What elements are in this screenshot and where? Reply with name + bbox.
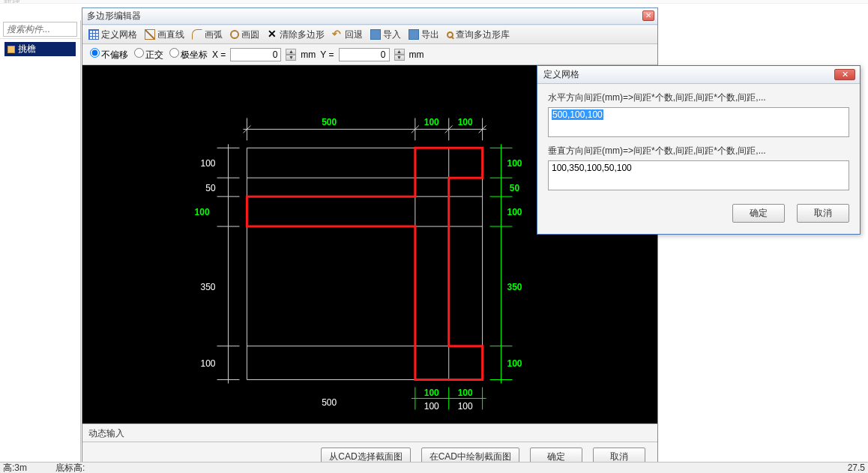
- coord-bar: 不偏移 正交 极坐标 X = ▲▼ mm Y = ▲▼ mm: [82, 44, 657, 65]
- undo-button[interactable]: ↶回退: [329, 27, 366, 43]
- circle-button[interactable]: 画圆: [227, 27, 262, 43]
- dialog-close-icon[interactable]: ✕: [834, 69, 855, 80]
- import-icon: [370, 29, 381, 40]
- grid-icon: [88, 29, 99, 40]
- close-icon[interactable]: ✕: [642, 10, 654, 21]
- app-top-toolbar: 新建: [0, 0, 868, 4]
- v-spacing-label: 垂直方向间距(mm)=>间距*个数,间距,间距*个数,间距,...: [548, 145, 849, 157]
- svg-text:100: 100: [507, 207, 522, 217]
- new-button[interactable]: 新建: [3, 0, 21, 4]
- status-height: 高:3m: [3, 462, 27, 474]
- undo-icon: ↶: [332, 29, 343, 40]
- v-spacing-input[interactable]: 100,350,100,50,100: [548, 160, 849, 190]
- clear-button[interactable]: ✕清除多边形: [264, 27, 328, 43]
- x-input[interactable]: [230, 48, 281, 61]
- dialog-cancel-button[interactable]: 取消: [797, 204, 849, 223]
- editor-title-text: 多边形编辑器: [87, 10, 141, 22]
- y-input[interactable]: [339, 48, 390, 61]
- unit2: mm: [409, 49, 424, 60]
- line-button[interactable]: 画直线: [142, 27, 187, 43]
- svg-text:100: 100: [195, 207, 210, 217]
- svg-text:100: 100: [424, 117, 439, 127]
- opt-ortho[interactable]: 正交: [133, 48, 163, 61]
- svg-text:100: 100: [458, 401, 473, 412]
- circle-icon: [230, 30, 239, 39]
- dialog-titlebar: 定义网格 ✕: [537, 66, 860, 84]
- left-panel: 挑檐: [0, 20, 81, 463]
- tree-item-selected[interactable]: 挑檐: [4, 42, 76, 56]
- svg-text:100: 100: [458, 117, 473, 127]
- dialog-ok-button[interactable]: 确定: [732, 204, 785, 223]
- svg-text:350: 350: [507, 282, 522, 292]
- import-button[interactable]: 导入: [367, 27, 404, 43]
- svg-text:50: 50: [205, 183, 216, 193]
- svg-text:100: 100: [507, 158, 522, 169]
- svg-text:50: 50: [510, 183, 520, 193]
- y-up[interactable]: ▲: [394, 49, 405, 55]
- search-icon: [447, 31, 453, 38]
- editor-titlebar: 多边形编辑器 ✕: [82, 8, 657, 25]
- status-right: 27.5: [848, 463, 865, 473]
- x-up[interactable]: ▲: [286, 49, 296, 55]
- query-button[interactable]: 查询多边形库: [444, 27, 513, 43]
- h-spacing-input[interactable]: 500,100,100: [548, 107, 849, 137]
- export-icon: [409, 29, 419, 40]
- x-label: X =: [212, 49, 226, 60]
- status-base: 底标高:: [55, 462, 85, 474]
- status-bar: 高:3m 底标高: 27.5: [0, 462, 868, 473]
- svg-text:100: 100: [201, 358, 216, 369]
- svg-text:100: 100: [507, 358, 522, 369]
- line-icon: [145, 29, 155, 40]
- editor-toolbar: 定义网格 画直线 画弧 画圆 ✕清除多边形 ↶回退 导入 导出 查询多边形库: [82, 25, 657, 44]
- dialog-title-text: 定义网格: [543, 68, 579, 81]
- svg-text:500: 500: [322, 397, 337, 408]
- opt-polar[interactable]: 极坐标: [168, 48, 208, 61]
- svg-text:100: 100: [424, 388, 439, 398]
- clear-icon: ✕: [267, 29, 277, 40]
- x-down[interactable]: ▼: [286, 55, 296, 61]
- svg-text:100: 100: [201, 158, 216, 169]
- grid-button[interactable]: 定义网格: [85, 27, 140, 43]
- define-grid-dialog: 定义网格 ✕ 水平方向间距(mm)=>间距*个数,间距,间距*个数,间距,...…: [537, 65, 861, 235]
- component-icon: [7, 46, 15, 53]
- unit1: mm: [301, 49, 316, 60]
- dynamic-input-label: 动态输入: [82, 424, 657, 442]
- export-button[interactable]: 导出: [406, 27, 442, 43]
- tree-item-label: 挑檐: [18, 43, 36, 55]
- svg-text:500: 500: [322, 117, 337, 127]
- opt-nooffset[interactable]: 不偏移: [88, 48, 128, 61]
- svg-text:100: 100: [458, 388, 473, 398]
- search-input[interactable]: [3, 22, 77, 37]
- arc-button[interactable]: 画弧: [189, 27, 226, 43]
- svg-text:350: 350: [201, 282, 216, 292]
- arc-icon: [192, 29, 202, 40]
- y-label: Y =: [320, 49, 334, 60]
- y-down[interactable]: ▼: [394, 55, 405, 61]
- svg-text:100: 100: [424, 401, 439, 412]
- h-spacing-label: 水平方向间距(mm)=>间距*个数,间距,间距*个数,间距,...: [548, 91, 849, 104]
